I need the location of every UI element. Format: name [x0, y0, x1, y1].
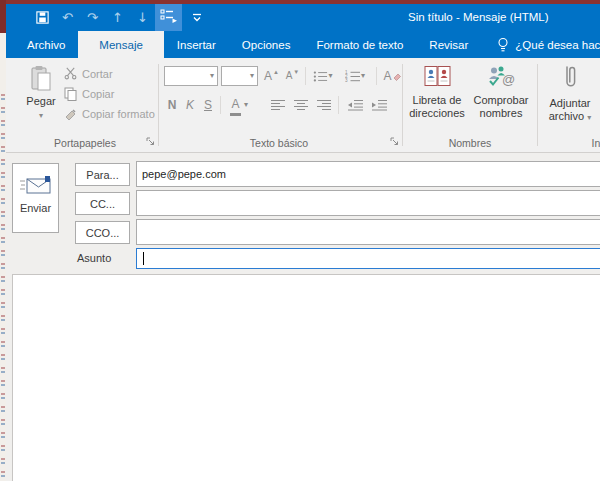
address-book-label-line2: direcciones: [407, 107, 467, 120]
tab-mensaje[interactable]: Mensaje: [78, 31, 163, 58]
subject-input[interactable]: [136, 248, 600, 269]
font-name-combo[interactable]: ▾: [164, 66, 218, 86]
cc-button[interactable]: CC...: [75, 192, 130, 215]
check-names-button[interactable]: @ Comprobar nombres: [469, 63, 533, 137]
increase-indent-icon: [371, 99, 388, 111]
touch-mouse-mode-button[interactable]: [155, 0, 182, 31]
clear-formatting-button[interactable]: A: [381, 66, 403, 86]
format-painter-button[interactable]: Copiar formato: [64, 107, 155, 120]
clipboard-dialog-launcher[interactable]: [146, 137, 156, 147]
font-size-combo[interactable]: ▾: [221, 66, 258, 86]
bold-label: N: [168, 99, 177, 111]
font-color-button[interactable]: A ▾: [226, 95, 252, 115]
qat-customize-icon: [191, 13, 203, 23]
format-painter-label: Copiar formato: [82, 108, 155, 120]
to-button[interactable]: Para...: [75, 163, 130, 186]
clear-format-label: A: [383, 70, 391, 82]
move-up-button[interactable]: ↑: [105, 4, 130, 31]
check-names-label-line1: Comprobar: [469, 94, 533, 107]
send-label: Enviar: [13, 202, 58, 214]
customize-qat-button[interactable]: [182, 4, 212, 31]
paste-dropdown-icon: ▾: [39, 111, 43, 120]
bullet-list-button[interactable]: ▾: [309, 66, 337, 86]
align-left-button[interactable]: [268, 95, 288, 115]
names-group-label: Nombres: [407, 137, 533, 149]
undo-icon: ↶: [62, 11, 73, 24]
align-right-button[interactable]: [314, 95, 334, 115]
move-down-button[interactable]: ↓: [130, 4, 155, 31]
to-input[interactable]: [136, 161, 600, 187]
bcc-input[interactable]: [136, 219, 600, 245]
align-left-icon: [271, 99, 286, 111]
tab-formato-de-texto[interactable]: Formato de texto: [303, 31, 416, 58]
copy-button[interactable]: Copiar: [64, 87, 114, 101]
background-window-top-edge: [0, 0, 600, 4]
increase-indent-button[interactable]: [368, 95, 390, 115]
attach-file-button[interactable]: Adjuntar archivo ▾: [544, 63, 596, 137]
chevron-down-icon: ▾: [210, 72, 214, 80]
window-title: Sin título - Mensaje (HTML): [408, 4, 549, 31]
clipboard-group-label: Portapapeles: [16, 137, 154, 149]
attach-file-label-line1: Adjuntar: [544, 97, 596, 110]
paste-button[interactable]: Pegar ▾: [20, 63, 62, 137]
grow-font-button[interactable]: A▲: [262, 66, 281, 86]
up-triangle-icon: ▲: [273, 69, 279, 75]
italic-button[interactable]: K: [182, 95, 198, 115]
tell-me-box[interactable]: ¿Qué desea hacer?: [497, 31, 600, 58]
group-separator: [537, 64, 538, 146]
paste-clipboard-icon: [30, 65, 52, 92]
align-center-button[interactable]: [291, 95, 311, 115]
lightbulb-icon: [497, 37, 509, 53]
align-right-icon: [317, 99, 332, 111]
basic-text-group-label: Texto básico: [164, 137, 394, 149]
background-window-left-edge: [0, 0, 6, 481]
paste-label: Pegar: [20, 95, 62, 108]
tab-opciones[interactable]: Opciones: [229, 31, 304, 58]
subject-label: Asunto: [77, 252, 111, 264]
address-book-icon: [424, 65, 451, 88]
svg-text:3: 3: [345, 78, 348, 83]
address-book-button[interactable]: Libreta de direcciones: [407, 63, 467, 137]
cut-label: Cortar: [82, 68, 113, 80]
shrink-font-button[interactable]: A▼: [283, 66, 302, 86]
check-names-icon: @: [486, 65, 516, 88]
save-button[interactable]: [30, 4, 55, 31]
copy-label: Copiar: [82, 88, 114, 100]
send-envelope-icon: [19, 175, 53, 196]
send-button[interactable]: Enviar: [12, 163, 59, 233]
titlebar: ↶ ↷ ↑ ↓ Sin título - Mensaje (HTML): [6, 4, 600, 31]
tab-archivo[interactable]: Archivo: [14, 31, 78, 58]
ribbon: Pegar ▾ Cortar Copiar Copiar formato Por…: [6, 58, 600, 153]
font-color-label: A: [231, 97, 239, 111]
message-body-editor[interactable]: [12, 274, 600, 481]
attach-file-dropdown-icon: ▾: [587, 113, 591, 122]
divider: [376, 67, 377, 85]
save-icon: [35, 10, 50, 25]
up-arrow-icon: ↑: [112, 11, 123, 24]
check-names-label-line2: nombres: [469, 107, 533, 120]
tab-insertar[interactable]: Insertar: [164, 31, 229, 58]
background-window-titlebar-sliver: [0, 0, 6, 33]
numbered-list-icon: 123: [345, 70, 361, 83]
decrease-indent-button[interactable]: [344, 95, 366, 115]
cut-button[interactable]: Cortar: [64, 67, 113, 80]
group-separator: [158, 64, 159, 146]
bold-button[interactable]: N: [164, 95, 180, 115]
format-painter-brush-icon: [64, 107, 77, 120]
numbered-list-button[interactable]: 123 ▾: [340, 66, 370, 86]
bcc-button[interactable]: CCO...: [75, 221, 130, 244]
paperclip-icon: [562, 64, 579, 92]
background-window-content-sliver: [1, 90, 5, 481]
include-group-label: In: [576, 137, 600, 149]
undo-button[interactable]: ↶: [55, 4, 80, 31]
bullet-list-icon: [313, 70, 328, 83]
underline-button[interactable]: S: [200, 95, 216, 115]
tab-revisar[interactable]: Revisar: [416, 31, 481, 58]
basic-text-dialog-launcher[interactable]: [390, 137, 400, 147]
cc-input[interactable]: [136, 190, 600, 216]
eraser-icon: [393, 72, 401, 81]
redo-button[interactable]: ↷: [80, 4, 105, 31]
divider: [220, 96, 221, 114]
tell-me-label: ¿Qué desea hacer?: [515, 39, 600, 51]
chevron-down-icon: ▾: [250, 72, 254, 80]
